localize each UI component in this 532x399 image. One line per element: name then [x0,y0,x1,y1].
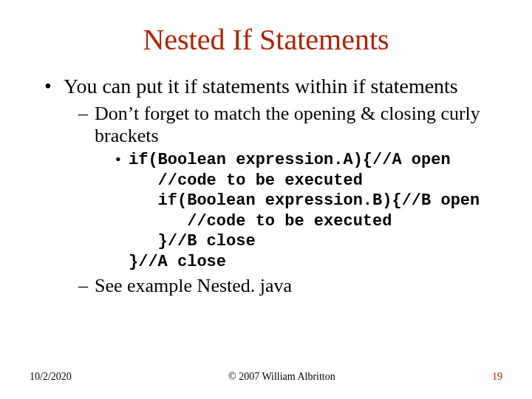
bullet-l2-1-text: Don’t forget to match the opening & clos… [95,103,480,146]
bullet-l3-code: if(Boolean expression.A){//A open //code… [115,150,502,272]
bullet-l1-1: You can put it if statements within if s… [44,75,502,297]
bullet-l2-2-text: See example Nested. java [95,275,292,296]
footer-page-number: 19 [492,371,502,383]
bullet-l2-2: See example Nested. java [78,275,502,297]
bullet-list-2: Don’t forget to match the opening & clos… [78,103,502,297]
footer: 10/2/2020 © 2007 William Albritton 19 [30,371,502,383]
bullet-list-1: You can put it if statements within if s… [44,75,502,297]
footer-date: 10/2/2020 [30,371,72,383]
bullet-l1-1-text: You can put it if statements within if s… [64,75,458,98]
bullet-list-3: if(Boolean expression.A){//A open //code… [115,150,502,272]
slide-title: Nested If Statements [30,22,502,57]
slide: Nested If Statements You can put it if s… [0,0,532,297]
bullet-l2-1: Don’t forget to match the opening & clos… [78,103,502,272]
code-block: if(Boolean expression.A){//A open //code… [129,150,502,272]
footer-copyright: © 2007 William Albritton [228,371,335,383]
